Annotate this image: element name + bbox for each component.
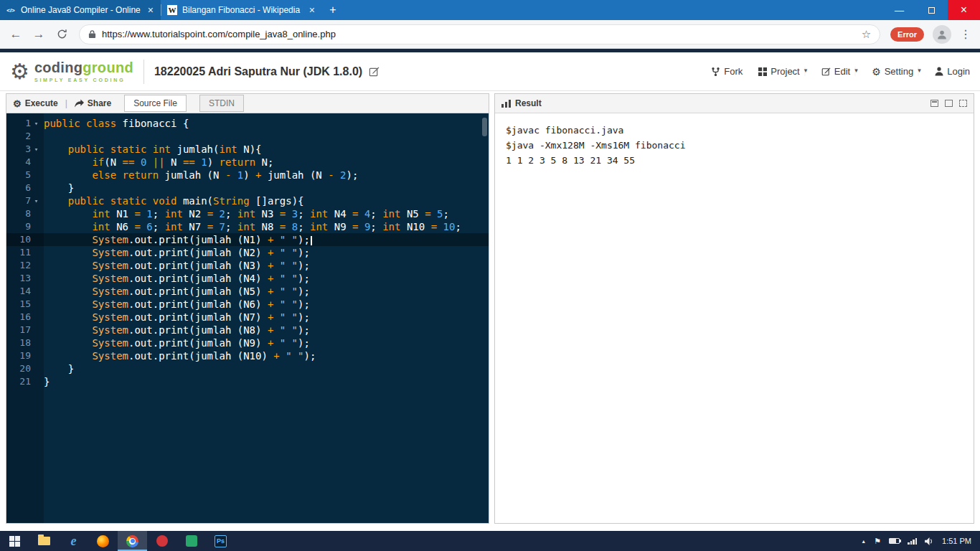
code-line-5[interactable]: 5 else return jumlah (N - 1) + jumlah (N… (6, 169, 489, 182)
green-app-button[interactable] (176, 531, 206, 551)
restore-panel-icon[interactable] (930, 100, 938, 107)
tab-title: Bilangan Fibonacci - Wikipedia ba (182, 5, 303, 15)
code-line-14[interactable]: 14 System.out.print(jumlah (N5) + " "); (6, 285, 489, 298)
chrome-button[interactable] (118, 531, 147, 551)
clock[interactable]: 1:51 PM (942, 537, 971, 545)
code-editor[interactable]: 1▾public class fibonacci {23▾ public sta… (6, 113, 489, 523)
url-text[interactable]: https://www.tutorialspoint.com/compile_j… (102, 29, 856, 39)
fullscreen-panel-icon[interactable] (959, 100, 967, 107)
line-number: 12 (6, 259, 31, 272)
fold-arrow-icon[interactable]: ▾ (31, 194, 42, 207)
result-toolbar: Result (495, 94, 974, 113)
error-extension-badge[interactable]: Error (890, 27, 924, 42)
rename-project-button[interactable] (369, 66, 380, 77)
forward-button[interactable]: → (29, 24, 49, 44)
address-bar[interactable]: https://www.tutorialspoint.com/compile_j… (79, 24, 880, 44)
code-line-16[interactable]: 16 System.out.print(jumlah (N7) + " "); (6, 311, 489, 324)
code-line-13[interactable]: 13 System.out.print(jumlah (N4) + " "); (6, 272, 489, 285)
window-minimize-button[interactable]: — (883, 0, 915, 20)
line-number: 19 (6, 349, 31, 362)
code-line-6[interactable]: 6 } (6, 182, 489, 194)
tab-close-icon[interactable]: × (308, 4, 316, 16)
internet-explorer-button[interactable]: e (59, 531, 88, 551)
code-line-7[interactable]: 7▾ public static void main(String []args… (6, 194, 489, 207)
code-line-19[interactable]: 19 System.out.print(jumlah (N10) + " "); (6, 349, 489, 362)
browser-navbar: ← → https://www.tutorialspoint.com/compi… (0, 20, 980, 49)
code-line-11[interactable]: 11 System.out.print(jumlah (N2) + " "); (6, 246, 489, 259)
code-line-8[interactable]: 8 int N1 = 1; int N2 = 2; int N3 = 3; in… (6, 207, 489, 220)
code-line-3[interactable]: 3▾ public static int jumlah(int N){ (6, 143, 489, 156)
back-button[interactable]: ← (6, 24, 26, 44)
network-signal-icon[interactable] (908, 537, 917, 545)
code-text: if(N == 0 || N == 1) return N; (42, 156, 273, 169)
profile-avatar[interactable] (933, 25, 951, 44)
login-label: Login (947, 66, 970, 77)
fork-button[interactable]: Fork (711, 66, 743, 77)
line-number: 17 (6, 324, 31, 336)
fold-arrow-icon[interactable]: ▾ (31, 143, 42, 156)
code-line-21[interactable]: 21} (6, 375, 489, 388)
logo-name: codingground (34, 60, 133, 75)
gear-icon: ⚙ (13, 98, 22, 109)
editor-scrollbar[interactable] (482, 118, 487, 136)
edit-square-icon (369, 66, 380, 77)
battery-icon[interactable] (889, 538, 900, 544)
chevron-down-icon: ▾ (854, 67, 856, 76)
firefox-button[interactable] (88, 531, 118, 551)
titlebar-drag-area (344, 0, 883, 20)
project-menu-button[interactable]: Project ▾ (758, 66, 805, 77)
code-line-12[interactable]: 12 System.out.print(jumlah (N3) + " "); (6, 259, 489, 272)
start-button[interactable] (0, 531, 29, 551)
maximize-panel-icon[interactable] (945, 100, 953, 107)
windows-logo-icon (9, 536, 20, 547)
result-header: Result (501, 98, 542, 108)
tab-source-file[interactable]: Source File (124, 95, 187, 112)
chevron-down-icon: ▾ (804, 67, 806, 76)
photoshop-button[interactable]: Ps (206, 531, 235, 551)
code-line-20[interactable]: 20 } (6, 362, 489, 375)
setting-menu-button[interactable]: ⚙ Setting ▾ (872, 66, 919, 77)
code-line-15[interactable]: 15 System.out.print(jumlah (N6) + " "); (6, 298, 489, 311)
code-line-17[interactable]: 17 System.out.print(jumlah (N8) + " "); (6, 324, 489, 336)
code-text: System.out.print(jumlah (N10) + " "); (42, 349, 316, 362)
code-line-10[interactable]: 10 System.out.print(jumlah (N1) + " "); (6, 233, 489, 246)
flag-icon[interactable]: ⚑ (874, 537, 881, 546)
execute-button[interactable]: ⚙ Execute (13, 98, 58, 109)
volume-icon[interactable] (925, 537, 934, 545)
new-tab-button[interactable]: + (322, 0, 344, 20)
browser-menu-button[interactable]: ⋮ (957, 27, 974, 41)
browser-tab-compiler[interactable]: </> Online Java8 Compiler - Online Ja × (0, 0, 161, 20)
refresh-button[interactable] (52, 24, 72, 44)
red-app-button[interactable] (147, 531, 176, 551)
tab-stdin[interactable]: STDIN (199, 95, 244, 112)
logo-ground-text: ground (83, 60, 133, 75)
line-number: 15 (6, 298, 31, 311)
code-text: public static int jumlah(int N){ (42, 143, 262, 156)
code-line-1[interactable]: 1▾public class fibonacci { (6, 117, 489, 130)
edit-menu-button[interactable]: Edit ▾ (821, 66, 856, 77)
code-line-18[interactable]: 18 System.out.print(jumlah (N9) + " "); (6, 336, 489, 349)
fold-spacer (31, 233, 42, 246)
window-maximize-button[interactable] (915, 0, 948, 20)
bookmark-star-icon[interactable]: ☆ (862, 28, 871, 41)
fold-spacer (31, 349, 42, 362)
bar-chart-icon (501, 100, 511, 108)
code-text: public class fibonacci { (42, 117, 189, 130)
codingground-logo[interactable]: ⚙ codingground SIMPLY EASY CODING (10, 60, 133, 83)
code-line-4[interactable]: 4 if(N == 0 || N == 1) return N; (6, 156, 489, 169)
share-button[interactable]: Share (75, 98, 111, 108)
logo-tagline: SIMPLY EASY CODING (34, 77, 133, 83)
code-line-9[interactable]: 9 int N6 = 6; int N7 = 7; int N8 = 8; in… (6, 220, 489, 233)
maximize-icon (928, 7, 935, 14)
codingground-header: ⚙ codingground SIMPLY EASY CODING 182200… (0, 52, 980, 91)
hidden-icons-chevron[interactable]: ▲ (861, 539, 866, 544)
window-close-button[interactable]: × (948, 0, 980, 20)
code-line-2[interactable]: 2 (6, 130, 489, 143)
login-button[interactable]: Login (935, 66, 970, 77)
fold-spacer (31, 336, 42, 349)
fold-arrow-icon[interactable]: ▾ (31, 117, 42, 130)
file-explorer-button[interactable] (29, 531, 59, 551)
browser-tab-wikipedia[interactable]: W Bilangan Fibonacci - Wikipedia ba × (161, 0, 322, 20)
code-text: System.out.print(jumlah (N1) + " "); (42, 233, 312, 246)
tab-close-icon[interactable]: × (146, 4, 155, 16)
